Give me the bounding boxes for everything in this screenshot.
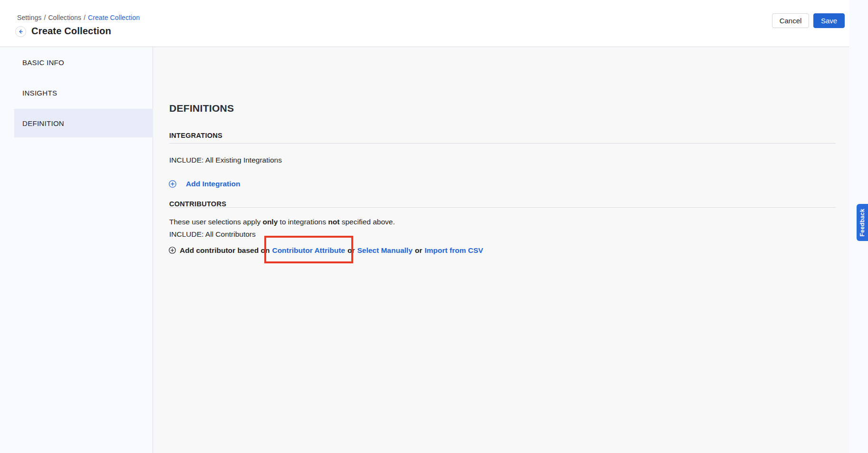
- breadcrumb-separator: /: [84, 14, 86, 21]
- plus-circle-icon: [169, 247, 176, 254]
- note-text: to integrations: [278, 218, 328, 226]
- breadcrumb-settings[interactable]: Settings: [17, 14, 41, 21]
- add-contributor-row: Add contributor based on Contributor Att…: [169, 246, 485, 255]
- back-arrow-icon: [18, 29, 24, 35]
- section-divider: [169, 207, 836, 208]
- feedback-tab-label: Feedback: [859, 209, 866, 237]
- add-integration-button[interactable]: Add Integration: [169, 179, 241, 188]
- sidebar-item-insights[interactable]: INSIGHTS: [14, 78, 153, 107]
- import-from-csv-link[interactable]: Import from CSV: [424, 246, 483, 254]
- contributors-include-text: INCLUDE: All Contributors: [169, 230, 256, 239]
- contributor-attribute-link[interactable]: Contributor Attribute: [272, 246, 345, 254]
- breadcrumb-separator: /: [44, 14, 46, 21]
- note-bold-only: only: [262, 218, 278, 226]
- integrations-section-label: INTEGRATIONS: [169, 132, 222, 139]
- back-button[interactable]: [15, 26, 26, 37]
- definition-panel: DEFINITIONS INTEGRATIONS INCLUDE: All Ex…: [153, 47, 849, 453]
- panel-title: DEFINITIONS: [169, 103, 234, 114]
- feedback-tab[interactable]: Feedback: [857, 204, 868, 241]
- breadcrumb: Settings/Collections/Create Collection: [17, 14, 140, 21]
- plus-circle-icon: [169, 180, 176, 188]
- cancel-button[interactable]: Cancel: [772, 13, 809, 28]
- page-header: Settings/Collections/Create Collection C…: [0, 0, 849, 47]
- sidebar-item-basic-info[interactable]: BASIC INFO: [14, 48, 153, 77]
- sidebar-item-definition[interactable]: DEFINITION: [14, 109, 153, 137]
- settings-sidebar: BASIC INFO INSIGHTS DEFINITION: [0, 47, 153, 453]
- contributors-section-label: CONTRIBUTORS: [169, 200, 226, 208]
- add-contributor-prefix: Add contributor based on: [180, 246, 270, 255]
- note-bold-not: not: [328, 218, 339, 226]
- section-divider: [169, 143, 836, 144]
- integrations-include-text: INCLUDE: All Existing Integrations: [169, 155, 282, 164]
- or-text: or: [415, 246, 423, 255]
- select-manually-link[interactable]: Select Manually: [357, 246, 412, 254]
- page-title: Create Collection: [31, 26, 111, 37]
- breadcrumb-collections[interactable]: Collections: [48, 14, 81, 21]
- contributors-note: These user selections apply only to inte…: [169, 217, 395, 226]
- save-button[interactable]: Save: [813, 13, 845, 28]
- note-text: specified above.: [339, 218, 395, 226]
- add-integration-label: Add Integration: [186, 180, 241, 188]
- or-text: or: [347, 246, 355, 255]
- note-text: These user selections apply: [169, 218, 262, 226]
- breadcrumb-current[interactable]: Create Collection: [88, 14, 140, 21]
